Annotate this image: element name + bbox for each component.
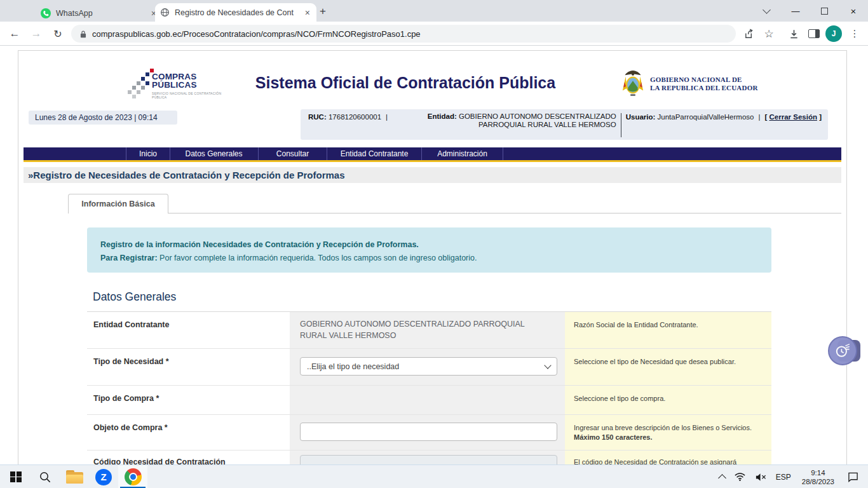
reload-button[interactable]: ↻ [48, 24, 67, 43]
side-panel-button[interactable] [804, 24, 824, 43]
form-row-codigo: Código Necesidad de Contratación El códi… [87, 450, 771, 465]
tab-informacion-basica[interactable]: Información Básica [68, 194, 168, 214]
field-label: Objeto de Compra * [87, 415, 290, 450]
notice-box: Registro de la información Necesidades d… [87, 227, 771, 273]
restore-icon [821, 8, 828, 15]
wifi-icon [734, 472, 746, 482]
session-timer-widget[interactable] [828, 336, 857, 365]
screen: WhatsApp × Registro de Necesidades de Co… [0, 0, 868, 488]
field-label: Código Necesidad de Contratación [87, 451, 290, 465]
field-help: Seleccione el tipo de compra. [565, 386, 771, 414]
windows-logo-icon [10, 471, 22, 483]
help-text: Ingresar una breve descripción de los Bi… [574, 423, 763, 433]
tab-title: Registro de Necesidades de Cont [175, 8, 299, 17]
pipe-separator: | [758, 113, 760, 121]
field-label: Entidad Contratante [87, 312, 290, 348]
tab-search-button[interactable] [752, 0, 781, 22]
field-help: Ingresar una breve descripción de los Bi… [565, 415, 771, 450]
bookmark-star-button[interactable]: ☆ [759, 24, 778, 43]
nav-item-consultar[interactable]: Consultar [259, 147, 327, 160]
back-button[interactable]: ← [5, 24, 24, 43]
url-bar[interactable]: compraspublicas.gob.ec/ProcesoContrataci… [71, 25, 736, 43]
section-title: Datos Generales [93, 290, 176, 304]
folder-icon [66, 470, 83, 484]
new-tab-button[interactable]: + [315, 5, 330, 18]
browser-tab-strip: WhatsApp × Registro de Necesidades de Co… [0, 0, 868, 22]
tray-overflow-button[interactable] [715, 465, 729, 488]
main-navigation: Inicio Datos Generales Consultar Entidad… [24, 147, 841, 162]
logo-line2: PÚBLICAS [152, 81, 197, 89]
form-row-entidad: Entidad Contratante GOBIERNO AUTONOMO DE… [87, 312, 771, 348]
profile-avatar[interactable]: J [825, 25, 842, 42]
field-label: Tipo de Compra * [87, 386, 290, 414]
chevron-down-icon [763, 6, 771, 14]
url-text: compraspublicas.gob.ec/ProcesoContrataci… [92, 29, 421, 39]
compras-publicas-logo: COMPRAS PÚBLICAS SERVICIO NACIONAL DE CO… [128, 69, 223, 104]
lock-icon [80, 30, 86, 38]
language-indicator[interactable]: ESP [771, 465, 796, 488]
logo-tagline: SERVICIO NACIONAL DE CONTRATACIÓN PÚBLIC… [152, 92, 223, 99]
field-value-cell: GOBIERNO AUTONOMO DESCENTRALIZADO PARROQ… [290, 312, 565, 348]
z-app-button[interactable]: Z [89, 465, 118, 488]
window-minimize-button[interactable]: — [781, 0, 810, 22]
gov-line1: GOBIERNO NACIONAL DE [650, 76, 758, 84]
form-table: Entidad Contratante GOBIERNO AUTONOMO DE… [87, 312, 771, 465]
action-center-button[interactable] [841, 465, 868, 488]
side-panel-icon [808, 29, 820, 38]
page-container: COMPRAS PÚBLICAS SERVICIO NACIONAL DE CO… [18, 50, 847, 465]
taskbar-search-button[interactable] [31, 465, 60, 488]
ecuador-crest-icon [621, 70, 645, 98]
search-icon [39, 471, 51, 484]
system-tray: ESP 9:14 28/8/2023 [715, 465, 868, 488]
tray-date: 28/8/2023 [802, 477, 834, 486]
logout-wrap: [ Cerrar Sesión ] [764, 113, 822, 121]
window-close-button[interactable]: × [839, 0, 868, 22]
entidad-value: GOBIERNO AUTONOMO DESCENTRALIZADO PARROQ… [290, 312, 545, 341]
codigo-necesidad-input [300, 455, 557, 465]
share-button[interactable] [739, 24, 758, 43]
webpage: COMPRAS PÚBLICAS SERVICIO NACIONAL DE CO… [0, 46, 868, 464]
field-help: Razón Social de la Entidad Contratante. [565, 312, 771, 348]
chevron-down-icon [544, 362, 551, 369]
objeto-compra-input[interactable] [300, 423, 557, 441]
tab-close-icon[interactable]: × [304, 8, 311, 18]
forward-button[interactable]: → [27, 24, 46, 43]
start-button[interactable] [1, 465, 31, 488]
tab-panel-border [68, 213, 841, 214]
vertical-separator [621, 113, 621, 137]
logout-link[interactable]: Cerrar Sesión [770, 113, 817, 121]
globe-icon [160, 8, 170, 17]
notice-line1: Registro de la información Necesidades d… [100, 238, 771, 252]
form-row-tipo-compra: Tipo de Compra * Seleccione el tipo de c… [87, 385, 771, 414]
help-text-bold: Máximo 150 caracteres. [574, 433, 763, 442]
nav-item-datos-generales[interactable]: Datos Generales [170, 147, 259, 160]
volume-muted-button[interactable] [750, 465, 771, 488]
browser-menu-button[interactable]: ⋮ [845, 24, 864, 43]
window-restore-button[interactable] [810, 0, 839, 22]
chrome-taskbar-button[interactable] [118, 465, 147, 488]
ruc-text: RUC: 1768120600001 [308, 113, 381, 121]
tab-registro-active[interactable]: Registro de Necesidades de Cont × [155, 3, 316, 22]
pipe-separator: | [386, 113, 388, 121]
nav-item-entidad-contratante[interactable]: Entidad Contratante [327, 147, 422, 160]
nav-item-inicio[interactable]: Inicio [126, 147, 170, 160]
tray-time: 9:14 [811, 468, 825, 477]
datetime-box: Lunes 28 de Agosto de 2023 | 09:14 [29, 111, 177, 125]
form-row-objeto-compra: Objeto de Compra * Ingresar una breve de… [87, 414, 771, 450]
speaker-muted-icon [755, 473, 767, 482]
field-value-cell [290, 451, 565, 465]
nav-item-administracion[interactable]: Administración [422, 147, 503, 160]
tipo-necesidad-select[interactable]: ..Elija el tipo de necesidad [300, 357, 557, 376]
z-app-icon: Z [95, 469, 112, 485]
file-explorer-button[interactable] [60, 465, 89, 488]
whatsapp-icon [41, 8, 51, 18]
field-help: El código de Necesidad de Contratación s… [565, 451, 771, 465]
downloads-button[interactable] [784, 24, 803, 43]
clock[interactable]: 9:14 28/8/2023 [796, 465, 841, 488]
taskbar: Z ESP 9:14 28/8/2023 [0, 464, 868, 488]
wifi-button[interactable] [729, 465, 750, 488]
browser-toolbar: ← → ↻ compraspublicas.gob.ec/ProcesoCont… [0, 22, 868, 46]
tab-whatsapp[interactable]: WhatsApp × [36, 4, 163, 22]
select-value: ..Elija el tipo de necesidad [307, 362, 545, 371]
clock-wings-icon [834, 342, 851, 359]
